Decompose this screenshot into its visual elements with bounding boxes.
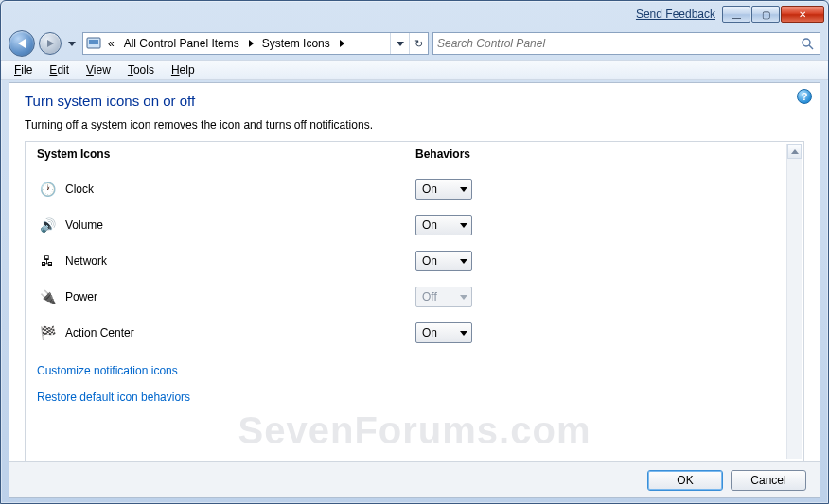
dropdown-value: On	[422, 254, 437, 268]
row-volume: 🔊VolumeOn	[37, 207, 786, 243]
table-header: System Icons Behaviors	[37, 148, 786, 165]
row-label-cell: 🔌Power	[37, 288, 415, 305]
maximize-button[interactable]: ▢	[751, 6, 780, 23]
menu-help[interactable]: Help	[164, 61, 203, 78]
page-title: Turn system icons on or off	[25, 93, 804, 109]
nav-history-dropdown[interactable]	[65, 34, 79, 53]
breadcrumb-item-0[interactable]: All Control Panel Items	[120, 33, 245, 54]
power-icon: 🔌	[39, 288, 56, 305]
network-icon: 🖧	[39, 252, 56, 269]
row-label: Volume	[65, 218, 103, 232]
row-label: Action Center	[65, 326, 134, 339]
breadcrumb-separator[interactable]	[245, 33, 258, 54]
svg-point-2	[803, 39, 810, 46]
help-icon[interactable]: ?	[797, 89, 812, 104]
svg-line-3	[809, 45, 813, 49]
restore-link[interactable]: Restore default icon behaviors	[37, 391, 786, 404]
chevron-down-icon	[460, 187, 467, 192]
minimize-button[interactable]: —	[722, 6, 750, 23]
menu-tools[interactable]: Tools	[120, 61, 162, 78]
search-icon	[799, 37, 816, 50]
chevron-down-icon	[460, 331, 467, 336]
row-clock: 🕐ClockOn	[37, 171, 786, 207]
clock-icon: 🕐	[39, 181, 56, 198]
search-box[interactable]	[432, 32, 820, 55]
column-system-icons: System Icons	[37, 148, 415, 161]
row-label-cell: 🔊Volume	[37, 217, 415, 234]
behavior-dropdown-volume[interactable]: On	[415, 215, 472, 235]
arrow-left-icon	[18, 39, 26, 48]
behavior-dropdown-action-center[interactable]: On	[415, 322, 472, 343]
dropdown-value: On	[422, 326, 437, 339]
customize-link[interactable]: Customize notification icons	[37, 364, 786, 377]
row-label-cell: 🏁Action Center	[37, 324, 415, 341]
page-description: Turning off a system icon removes the ic…	[25, 118, 804, 131]
titlebar: Send Feedback — ▢ ✕	[1, 1, 828, 27]
menu-file[interactable]: File	[7, 61, 40, 78]
nav-row: « All Control Panel Items System Icons ↻	[1, 27, 828, 60]
control-panel-icon	[83, 33, 104, 54]
chevron-down-icon	[460, 295, 467, 300]
links-section: Customize notification icons Restore def…	[37, 364, 786, 404]
row-label-cell: 🕐Clock	[37, 181, 415, 198]
row-power: 🔌PowerOff	[37, 279, 786, 315]
dropdown-value: On	[422, 182, 437, 196]
forward-button[interactable]	[39, 32, 62, 55]
row-label: Network	[65, 254, 107, 268]
address-bar[interactable]: « All Control Panel Items System Icons ↻	[82, 32, 429, 55]
back-button[interactable]	[9, 30, 35, 57]
refresh-icon: ↻	[414, 38, 423, 50]
column-behaviors: Behaviors	[415, 148, 786, 161]
chevron-down-icon	[460, 223, 467, 228]
behavior-dropdown-clock[interactable]: On	[415, 179, 472, 200]
row-label: Power	[65, 290, 97, 304]
menu-edit[interactable]: Edit	[42, 61, 77, 78]
action-center-icon: 🏁	[39, 324, 56, 341]
icons-panel: System Icons Behaviors 🕐ClockOn🔊VolumeOn…	[25, 141, 804, 461]
row-label: Clock	[65, 182, 94, 196]
send-feedback-link[interactable]: Send Feedback	[636, 8, 715, 21]
dropdown-value: Off	[422, 290, 437, 304]
breadcrumb-prefix[interactable]: «	[104, 33, 120, 54]
content-area: ? Turn system icons on or off Turning of…	[9, 82, 820, 498]
menu-view[interactable]: View	[79, 61, 118, 78]
row-label-cell: 🖧Network	[37, 252, 415, 269]
breadcrumb-separator[interactable]	[336, 33, 349, 54]
volume-icon: 🔊	[39, 217, 56, 234]
search-input[interactable]	[437, 37, 799, 50]
chevron-down-icon	[460, 259, 467, 264]
svg-rect-1	[89, 40, 98, 44]
breadcrumb-item-1[interactable]: System Icons	[258, 33, 336, 54]
dropdown-value: On	[422, 218, 437, 232]
cancel-button[interactable]: Cancel	[731, 470, 806, 491]
behavior-dropdown-power: Off	[415, 287, 472, 307]
refresh-button[interactable]: ↻	[409, 33, 428, 54]
menu-bar: File Edit View Tools Help	[1, 60, 828, 80]
arrow-right-icon	[47, 40, 54, 47]
row-network: 🖧NetworkOn	[37, 243, 786, 279]
ok-button[interactable]: OK	[647, 470, 723, 491]
close-button[interactable]: ✕	[781, 6, 824, 23]
scrollbar[interactable]	[786, 144, 802, 459]
button-row: OK Cancel	[9, 461, 820, 497]
row-action-center: 🏁Action CenterOn	[37, 315, 786, 351]
scroll-up-button[interactable]	[787, 144, 802, 159]
window-frame: Send Feedback — ▢ ✕ « All Control Panel …	[0, 0, 829, 504]
address-dropdown[interactable]	[390, 33, 409, 54]
behavior-dropdown-network[interactable]: On	[415, 251, 472, 271]
